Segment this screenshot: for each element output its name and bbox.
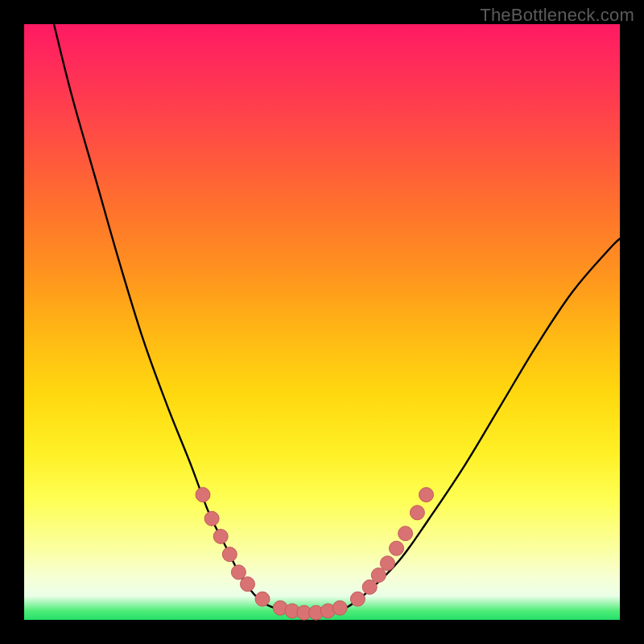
watermark-text: TheBottleneck.com [480,5,634,26]
data-point [410,506,424,520]
data-point [371,568,386,583]
chart-svg [24,24,620,620]
data-point [390,541,404,555]
data-point [241,577,255,592]
data-point [231,565,246,580]
chart-stage: TheBottleneck.com [0,0,644,644]
data-point [362,580,377,594]
curve-group [54,24,620,614]
data-point [380,556,394,571]
plot-area [24,24,620,620]
data-point [255,592,270,606]
valley-curve [54,24,620,614]
data-point [419,488,434,502]
data-point [222,547,237,562]
data-point [204,511,219,526]
data-point [196,488,210,502]
data-point [213,529,228,543]
data-point [350,592,365,606]
data-point [398,526,413,541]
markers-group [196,488,434,621]
data-point [332,601,347,615]
